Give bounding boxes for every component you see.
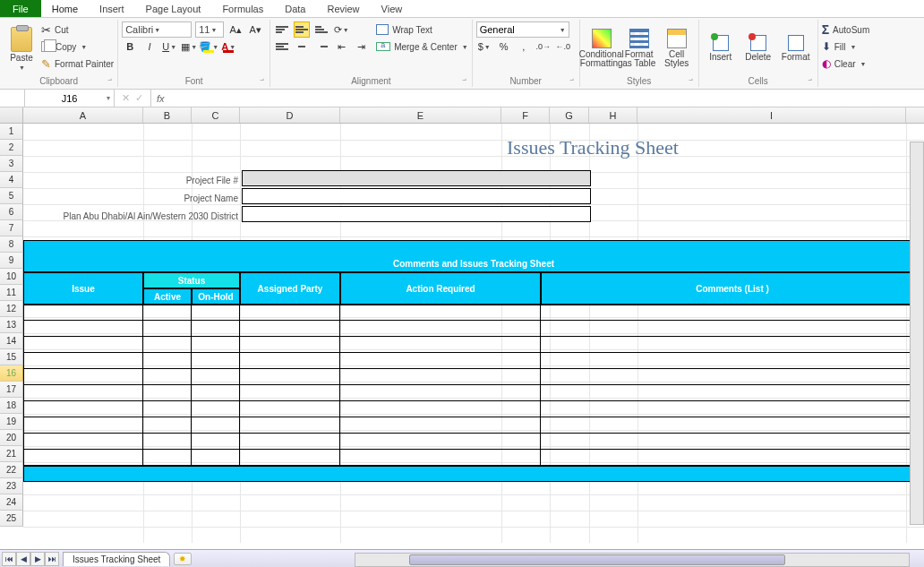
table-cell[interactable]	[541, 369, 924, 385]
col-header-G[interactable]: G	[550, 107, 589, 123]
table-cell[interactable]	[192, 385, 240, 401]
col-header-F[interactable]: F	[501, 107, 550, 123]
table-cell[interactable]	[23, 321, 143, 337]
merge-center-button[interactable]: Merge & Center▼	[376, 39, 468, 55]
row-header-24[interactable]: 24	[0, 494, 23, 511]
table-cell[interactable]	[340, 417, 541, 434]
table-cell[interactable]	[541, 417, 924, 434]
table-cell[interactable]	[240, 353, 340, 369]
comma-button[interactable]: ,	[516, 39, 532, 55]
col-header-I[interactable]: I	[637, 107, 906, 123]
copy-button[interactable]: Copy▼	[41, 39, 114, 55]
table-cell[interactable]	[23, 385, 143, 401]
grow-font-button[interactable]: A▴	[227, 21, 244, 38]
align-middle-button[interactable]	[294, 21, 310, 38]
align-left-button[interactable]	[274, 39, 290, 55]
table-cell[interactable]	[23, 417, 143, 434]
table-cell[interactable]	[143, 450, 192, 466]
table-cell[interactable]	[143, 321, 192, 337]
table-cell[interactable]	[192, 305, 240, 321]
table-cell[interactable]	[192, 369, 240, 385]
new-sheet-button[interactable]: ✸	[174, 553, 192, 565]
align-top-button[interactable]	[274, 21, 290, 38]
table-cell[interactable]	[23, 434, 143, 450]
table-cell[interactable]	[192, 321, 240, 337]
tab-nav-last[interactable]: ⏭	[45, 552, 59, 566]
table-cell[interactable]	[143, 369, 192, 385]
table-cell[interactable]	[143, 337, 192, 353]
table-cell[interactable]	[23, 337, 143, 353]
formula-input[interactable]	[170, 90, 924, 107]
currency-button[interactable]: $▼	[476, 39, 492, 55]
font-color-button[interactable]: A▼	[220, 39, 236, 55]
col-header-B[interactable]: B	[143, 107, 192, 123]
paste-button[interactable]: Paste ▼	[4, 21, 39, 75]
table-cell[interactable]	[23, 401, 143, 417]
underline-button[interactable]: U▼	[161, 39, 177, 55]
table-cell[interactable]	[541, 385, 924, 401]
clear-button[interactable]: ◐Clear▼	[822, 56, 867, 72]
row-header-1[interactable]: 1	[0, 124, 23, 140]
shrink-font-button[interactable]: A▾	[247, 21, 263, 38]
decrease-decimal-button[interactable]: ←.0	[555, 39, 571, 55]
table-cell[interactable]	[240, 434, 340, 450]
select-all-corner[interactable]	[0, 107, 23, 123]
row-header-15[interactable]: 15	[0, 349, 23, 365]
tab-nav-prev[interactable]: ◀	[16, 552, 30, 566]
tab-nav-next[interactable]: ▶	[30, 552, 45, 566]
autosum-button[interactable]: ΣAutoSum	[822, 21, 870, 38]
row-header-20[interactable]: 20	[0, 430, 23, 446]
insert-cells-button[interactable]: Insert	[703, 21, 739, 75]
table-cell[interactable]	[340, 305, 541, 321]
table-cell[interactable]	[541, 353, 924, 369]
scroll-thumb[interactable]	[409, 554, 785, 565]
row-header-8[interactable]: 8	[0, 236, 23, 253]
tab-data[interactable]: Data	[274, 0, 316, 17]
format-painter-button[interactable]: ✎Format Painter	[41, 56, 114, 72]
input-project-name[interactable]	[242, 188, 591, 204]
table-cell[interactable]	[192, 401, 240, 417]
align-right-button[interactable]	[313, 39, 329, 55]
row-header-19[interactable]: 19	[0, 414, 23, 430]
table-cell[interactable]	[143, 353, 192, 369]
table-cell[interactable]	[340, 385, 541, 401]
table-cell[interactable]	[340, 337, 541, 353]
table-cell[interactable]	[23, 369, 143, 385]
cut-button[interactable]: ✂Cut	[41, 21, 114, 38]
col-header-H[interactable]: H	[589, 107, 637, 123]
table-cell[interactable]	[143, 305, 192, 321]
number-format-select[interactable]: General▼	[476, 21, 569, 38]
input-project-file[interactable]	[242, 170, 591, 186]
format-cells-button[interactable]: Format	[778, 21, 814, 75]
col-header-D[interactable]: D	[240, 107, 340, 123]
table-cell[interactable]	[192, 450, 240, 466]
row-header-17[interactable]: 17	[0, 382, 23, 398]
decrease-indent-button[interactable]: ⇤	[333, 39, 349, 55]
table-cell[interactable]	[541, 321, 924, 337]
row-header-12[interactable]: 12	[0, 301, 23, 317]
table-cell[interactable]	[192, 434, 240, 450]
table-cell[interactable]	[541, 450, 924, 466]
row-header-6[interactable]: 6	[0, 204, 23, 220]
table-cell[interactable]	[240, 385, 340, 401]
font-size-select[interactable]: 11▼	[195, 21, 224, 38]
table-cell[interactable]	[240, 305, 340, 321]
row-header-22[interactable]: 22	[0, 462, 23, 478]
tab-view[interactable]: View	[371, 0, 414, 17]
horizontal-scrollbar[interactable]	[355, 553, 910, 567]
row-header-9[interactable]: 9	[0, 253, 23, 269]
fx-cancel-icon[interactable]: ✕	[122, 92, 130, 104]
table-cell[interactable]	[340, 369, 541, 385]
table-cell[interactable]	[340, 321, 541, 337]
tab-nav-first[interactable]: ⏮	[2, 552, 16, 566]
col-header-C[interactable]: C	[192, 107, 240, 123]
bold-button[interactable]: B	[122, 39, 138, 55]
fx-icon[interactable]: fx	[151, 93, 170, 104]
tab-page-layout[interactable]: Page Layout	[135, 0, 212, 17]
table-cell[interactable]	[541, 401, 924, 417]
row-header-21[interactable]: 21	[0, 446, 23, 462]
align-center-button[interactable]	[294, 39, 310, 55]
table-cell[interactable]	[23, 353, 143, 369]
orientation-button[interactable]: ⟳▼	[333, 21, 349, 38]
row-header-16[interactable]: 16	[0, 365, 23, 382]
